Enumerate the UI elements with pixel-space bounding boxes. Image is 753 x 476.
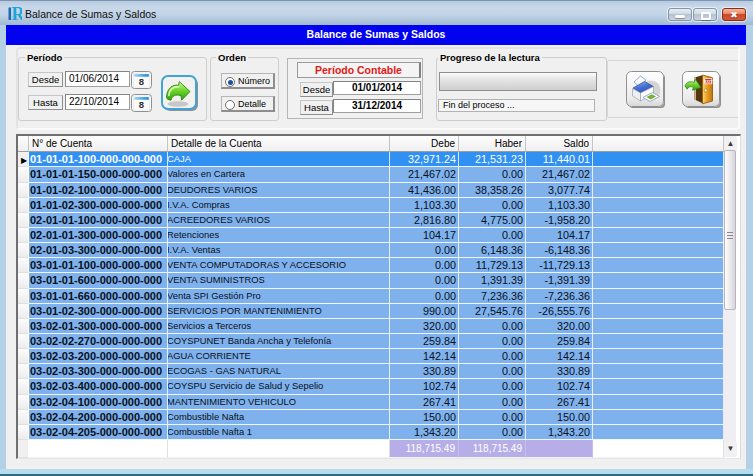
svg-text:R: R [12,6,22,21]
